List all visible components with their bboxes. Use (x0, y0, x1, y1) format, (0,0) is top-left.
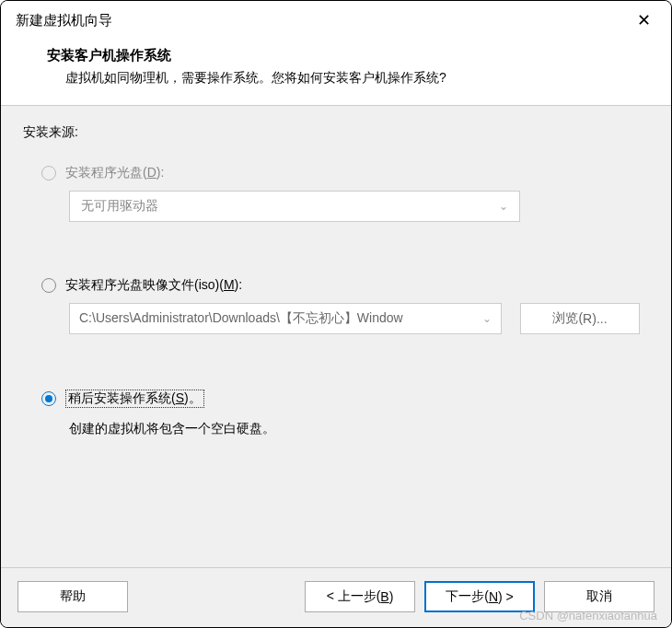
disc-dropdown: 无可用驱动器 ⌄ (69, 191, 520, 222)
radio-label-iso: 安装程序光盘映像文件(iso)(M): (65, 277, 242, 294)
disc-dropdown-value: 无可用驱动器 (81, 198, 158, 215)
source-label: 安装来源: (23, 124, 649, 141)
radio-iso-file[interactable]: 安装程序光盘映像文件(iso)(M): (23, 277, 649, 294)
header-title: 安装客户机操作系统 (47, 47, 643, 64)
header-section: 安装客户机操作系统 虚拟机如同物理机，需要操作系统。您将如何安装客户机操作系统? (1, 38, 671, 106)
footer: 帮助 < 上一步(B) 下一步(N) > 取消 (1, 567, 671, 627)
help-button[interactable]: 帮助 (17, 581, 128, 612)
option-install-later: 稍后安装操作系统(S)。 创建的虚拟机将包含一个空白硬盘。 (23, 390, 649, 437)
close-icon[interactable]: ✕ (630, 8, 658, 32)
back-button[interactable]: < 上一步(B) (305, 581, 415, 612)
option-iso-file: 安装程序光盘映像文件(iso)(M): C:\Users\Administrat… (23, 277, 649, 334)
iso-row: C:\Users\Administrator\Downloads\【不忘初心】W… (69, 303, 649, 334)
radio-icon (41, 278, 56, 293)
radio-label-later: 稍后安装操作系统(S)。 (65, 390, 204, 408)
browse-button[interactable]: 浏览(R)... (520, 303, 640, 334)
option-installer-disc: 安装程序光盘(D): 无可用驱动器 ⌄ (23, 165, 649, 222)
footer-right: < 上一步(B) 下一步(N) > 取消 (305, 581, 655, 612)
chevron-down-icon: ⌄ (482, 312, 492, 325)
wizard-window: 新建虚拟机向导 ✕ 安装客户机操作系统 虚拟机如同物理机，需要操作系统。您将如何… (0, 0, 672, 628)
window-title: 新建虚拟机向导 (16, 12, 112, 29)
titlebar: 新建虚拟机向导 ✕ (1, 1, 671, 38)
iso-path-dropdown[interactable]: C:\Users\Administrator\Downloads\【不忘初心】W… (69, 303, 502, 334)
iso-path-value: C:\Users\Administrator\Downloads\【不忘初心】W… (79, 310, 403, 327)
footer-left: 帮助 (17, 581, 128, 612)
chevron-down-icon: ⌄ (499, 200, 508, 213)
next-button[interactable]: 下一步(N) > (424, 581, 535, 612)
radio-icon (41, 166, 56, 180)
radio-installer-disc: 安装程序光盘(D): (23, 165, 649, 181)
body-section: 安装来源: 安装程序光盘(D): 无可用驱动器 ⌄ 安装程序光盘映像文件(iso… (1, 106, 671, 567)
cancel-button[interactable]: 取消 (544, 581, 655, 612)
radio-install-later[interactable]: 稍后安装操作系统(S)。 (23, 390, 649, 408)
radio-icon (41, 391, 56, 406)
install-later-hint: 创建的虚拟机将包含一个空白硬盘。 (69, 421, 649, 437)
radio-label-disc: 安装程序光盘(D): (65, 165, 164, 181)
header-description: 虚拟机如同物理机，需要操作系统。您将如何安装客户机操作系统? (47, 70, 643, 87)
